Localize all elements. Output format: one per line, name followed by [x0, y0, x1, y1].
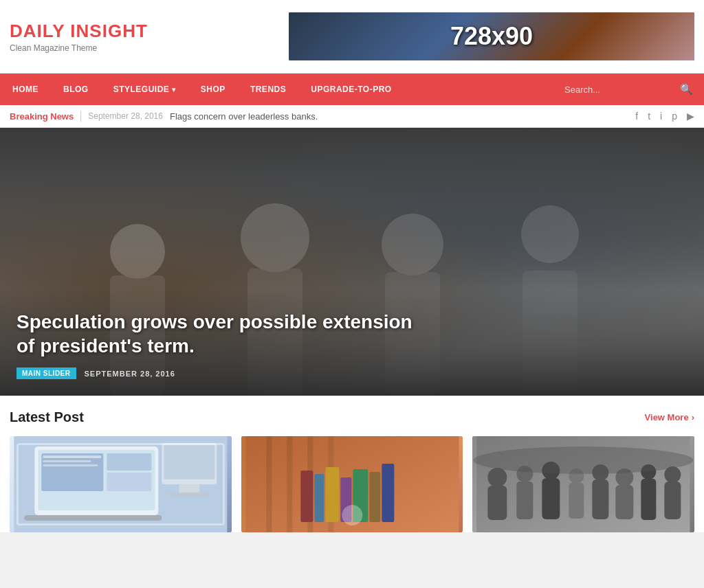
nav-upgrade[interactable]: UPGRADE-TO-PRO: [298, 75, 404, 104]
search-area: 🔍: [559, 74, 704, 105]
svg-point-54: [474, 446, 694, 474]
hero-slider[interactable]: Speculation grows over possible extensio…: [0, 128, 704, 396]
svg-rect-13: [107, 473, 151, 491]
svg-rect-53: [665, 482, 681, 519]
youtube-icon[interactable]: ▶: [687, 111, 694, 122]
post-card-1[interactable]: [10, 436, 232, 532]
laptop-illustration: [10, 436, 232, 532]
svg-point-2: [382, 214, 443, 275]
svg-rect-28: [300, 471, 313, 522]
crowd-illustration: [472, 436, 694, 532]
svg-rect-9: [34, 446, 158, 515]
site-subtitle: Clean Magazine Theme: [10, 43, 148, 53]
header: DAILY INSIGHT Clean Magazine Theme 728x9…: [0, 0, 704, 74]
svg-rect-49: [616, 485, 634, 519]
facebook-icon[interactable]: f: [635, 111, 638, 122]
site-title: DAILY INSIGHT: [10, 21, 148, 42]
svg-rect-45: [569, 483, 584, 519]
breaking-bar: Breaking News September 28, 2016 Flags c…: [0, 105, 704, 128]
svg-rect-43: [542, 478, 560, 519]
logo-area: DAILY INSIGHT Clean Magazine Theme: [10, 21, 148, 53]
banner-ad[interactable]: 728x90: [289, 12, 694, 60]
post-grid: [10, 436, 694, 532]
hero-title: Speculation grows over possible extensio…: [16, 310, 419, 358]
svg-point-0: [110, 224, 165, 279]
latest-section: Latest Post View More ›: [0, 396, 704, 532]
hero-date: SEPTEMBER 28, 2016: [85, 370, 175, 378]
nav-blog[interactable]: BLOG: [51, 75, 101, 104]
svg-rect-18: [162, 443, 217, 484]
svg-rect-11: [41, 453, 103, 491]
hero-meta: MAIN SLIDER SEPTEMBER 28, 2016: [16, 368, 688, 379]
latest-header: Latest Post View More ›: [10, 409, 694, 425]
books-illustration: [241, 436, 463, 532]
social-icons: f t i p ▶: [635, 111, 694, 122]
arrow-right-icon: ›: [692, 412, 694, 422]
instagram-icon[interactable]: i: [660, 111, 662, 122]
post-thumb-2: [241, 436, 463, 532]
post-thumb-3: [472, 436, 694, 532]
svg-rect-16: [43, 460, 91, 462]
svg-rect-14: [24, 515, 162, 521]
nav-shop[interactable]: SHOP: [188, 75, 238, 104]
svg-rect-17: [43, 464, 98, 466]
svg-rect-21: [168, 493, 208, 496]
navbar: HOME BLOG STYLEGUIDE ▾ SHOP TRENDS UPGRA…: [0, 74, 704, 105]
svg-point-38: [488, 468, 507, 487]
post-card-2[interactable]: [241, 436, 463, 532]
post-thumb-1: [10, 436, 232, 532]
svg-rect-41: [517, 482, 534, 519]
banner-text: 728x90: [430, 22, 553, 51]
svg-point-35: [342, 505, 362, 525]
search-input[interactable]: [559, 75, 669, 104]
nav-trends[interactable]: TRENDS: [238, 75, 298, 104]
svg-rect-34: [382, 464, 394, 522]
svg-rect-30: [325, 467, 339, 522]
svg-rect-12: [107, 453, 151, 471]
post-card-3[interactable]: [472, 436, 694, 532]
chevron-down-icon: ▾: [172, 86, 176, 93]
svg-rect-8: [14, 436, 227, 532]
pinterest-icon[interactable]: p: [672, 111, 677, 122]
svg-rect-47: [593, 479, 609, 519]
nav-styleguide[interactable]: STYLEGUIDE ▾: [101, 75, 188, 104]
svg-rect-51: [641, 479, 657, 520]
latest-title: Latest Post: [10, 409, 84, 425]
twitter-icon[interactable]: t: [648, 111, 650, 122]
search-button[interactable]: 🔍: [669, 74, 704, 105]
svg-rect-39: [488, 486, 507, 520]
svg-rect-29: [314, 474, 324, 522]
svg-rect-33: [369, 472, 380, 522]
breaking-divider: [80, 111, 81, 122]
hero-overlay: Speculation grows over possible extensio…: [0, 289, 704, 396]
breaking-label: Breaking News: [10, 111, 74, 122]
svg-rect-25: [287, 436, 292, 532]
hero-tag: MAIN SLIDER: [16, 368, 76, 379]
svg-point-3: [521, 205, 579, 263]
svg-rect-19: [164, 445, 214, 479]
breaking-text: Flags concern over leaderless banks.: [170, 111, 318, 122]
page-wrapper: DAILY INSIGHT Clean Magazine Theme 728x9…: [0, 0, 704, 532]
svg-rect-15: [43, 455, 101, 458]
view-more-link[interactable]: View More ›: [645, 412, 694, 422]
nav-home[interactable]: HOME: [0, 75, 51, 104]
svg-rect-10: [38, 450, 155, 510]
breaking-date: September 28, 2016: [88, 111, 163, 121]
svg-rect-20: [179, 484, 199, 493]
svg-rect-24: [266, 436, 272, 532]
svg-point-1: [241, 203, 309, 272]
